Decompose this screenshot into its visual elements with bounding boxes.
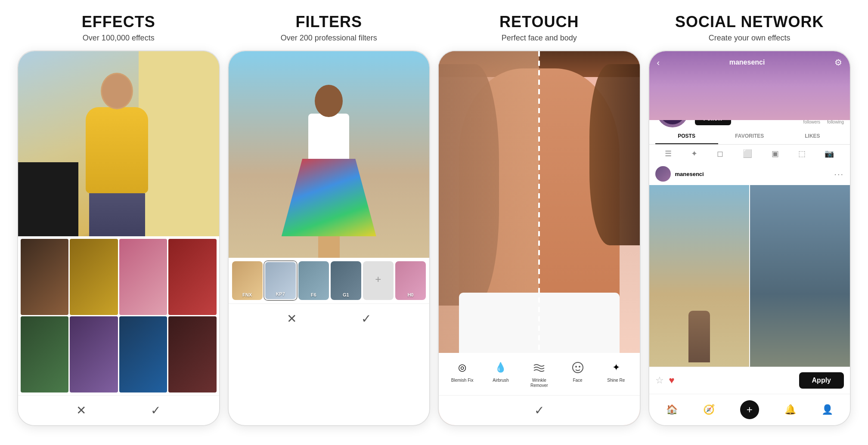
filters-confirm-button[interactable]: ✓	[361, 312, 371, 326]
list-item[interactable]	[119, 316, 167, 392]
person-figure-1	[688, 311, 710, 362]
cancel-button[interactable]: ✕	[76, 403, 86, 417]
filter-label-f6: F6	[311, 292, 316, 297]
grid-thumb-4	[168, 239, 216, 315]
list-item[interactable]	[70, 316, 118, 392]
social-header-bg: ‹ manesenci ⚙	[649, 51, 850, 120]
tab-favorites[interactable]: FAVORITES	[718, 129, 781, 144]
camera-icon[interactable]: 📷	[825, 149, 834, 158]
photo-cell-1[interactable]	[649, 185, 749, 367]
tool-blemish-fix[interactable]: ◎ Blemish Fix	[443, 360, 481, 383]
back-icon[interactable]: ‹	[657, 58, 660, 68]
social-icons-row: ☰ ✦ ◻ ⬜ ▣ ⬚ 📷	[649, 145, 850, 163]
settings-icon[interactable]: ⚙	[834, 57, 842, 68]
face-icon	[570, 360, 586, 375]
followers-label: followers	[803, 120, 820, 124]
tool-shine-remover[interactable]: ✦ Shine Re	[597, 360, 635, 383]
tab-likes[interactable]: LIKES	[781, 129, 844, 144]
woman-skirt	[282, 159, 376, 236]
home-icon[interactable]: 🏠	[666, 404, 678, 415]
bubble-icon[interactable]: ◻	[717, 149, 723, 158]
filters-bottom-bar: ✕ ✓	[229, 303, 430, 334]
layout-icon[interactable]: ▣	[772, 149, 779, 158]
social-tabs: POSTS FAVORITES LIKES	[649, 129, 850, 145]
social-nav-bottom: 🏠 🧭 + 🔔 👤	[649, 394, 850, 425]
confirm-button[interactable]: ✓	[151, 403, 161, 417]
grid-thumb-6	[70, 316, 118, 392]
filters-title: FILTERS	[296, 13, 362, 31]
photo-cell-2[interactable]	[750, 185, 850, 367]
retouch-card: RETOUCH Perfect face and body ◎	[438, 13, 641, 426]
woman-head	[315, 85, 343, 117]
image-icon[interactable]: ⬜	[743, 149, 752, 158]
apply-button[interactable]: Apply	[799, 372, 844, 389]
retouch-tools: ◎ Blemish Fix 💧 Airbrush Wrink	[439, 353, 640, 395]
filter-strip: FNX KP7 F6 G1 + H0	[229, 258, 430, 303]
face-hair-right	[589, 64, 640, 245]
effects-phone-frame: ✕ ✓	[17, 50, 220, 426]
list-item[interactable]	[168, 239, 216, 315]
svg-point-0	[573, 362, 583, 373]
airbrush-label: Airbrush	[493, 378, 508, 383]
tab-posts[interactable]: POSTS	[655, 129, 718, 144]
tool-airbrush[interactable]: 💧 Airbrush	[481, 360, 520, 383]
list-item[interactable]	[21, 316, 68, 392]
retouch-bottom-bar: ✓	[439, 395, 640, 425]
shine-label: Shine Re	[607, 378, 625, 383]
woman-legs	[318, 236, 340, 258]
effects-bottom-bar: ✕ ✓	[18, 395, 219, 425]
tool-face[interactable]: Face	[558, 360, 597, 383]
list-item[interactable]	[70, 239, 118, 315]
notifications-icon[interactable]: 🔔	[784, 404, 796, 415]
filters-main-image	[229, 51, 430, 258]
filter-kp7[interactable]: KP7	[264, 261, 297, 300]
effects-title: EFFECTS	[82, 13, 155, 31]
grid-thumb-5	[21, 316, 68, 392]
filters-subtitle: Over 200 professional filters	[281, 34, 377, 43]
wrinkle-icon	[531, 360, 547, 375]
filter-fnx[interactable]: FNX	[232, 261, 263, 300]
star-icon[interactable]: ☆	[655, 375, 664, 386]
svg-point-2	[579, 366, 580, 368]
plus-icon: +	[747, 404, 753, 416]
woman-figure	[282, 85, 376, 258]
list-item[interactable]	[21, 239, 68, 315]
svg-point-1	[575, 366, 577, 368]
filter-label-kp7: KP7	[276, 291, 285, 297]
filter-g1[interactable]: G1	[331, 261, 361, 300]
retouch-divider	[538, 51, 540, 353]
shine-icon: ✦	[608, 360, 624, 375]
grid-thumb-8	[168, 316, 216, 392]
filter-add-icon: +	[375, 273, 381, 285]
post-username: manesenci	[675, 171, 834, 177]
man-jeans	[89, 193, 145, 236]
man-figure	[78, 73, 156, 236]
add-button[interactable]: +	[740, 400, 759, 419]
filter-f6[interactable]: F6	[298, 261, 329, 300]
filter-add[interactable]: +	[363, 261, 394, 300]
list-item[interactable]	[119, 239, 167, 315]
profile-icon[interactable]: 👤	[822, 404, 833, 415]
retouch-phone-frame: ◎ Blemish Fix 💧 Airbrush Wrink	[438, 50, 641, 426]
woman-top	[308, 114, 349, 161]
list-item[interactable]	[168, 316, 216, 392]
folder-icon[interactable]: ⬚	[798, 149, 806, 158]
retouch-subtitle: Perfect face and body	[502, 34, 577, 43]
tool-wrinkle-remover[interactable]: WrinkleRemover	[520, 360, 558, 388]
explore-icon[interactable]: 🧭	[703, 404, 715, 415]
post-header: manesenci ···	[649, 163, 850, 185]
effects-main-image	[18, 51, 219, 236]
filters-cancel-button[interactable]: ✕	[287, 312, 297, 326]
effects-card: EFFECTS Over 100,000 effects	[17, 13, 220, 426]
post-more-icon[interactable]: ···	[834, 169, 844, 179]
view-list-icon[interactable]: ☰	[665, 149, 672, 158]
retouch-confirm-button[interactable]: ✓	[534, 403, 544, 417]
blemish-fix-icon: ◎	[455, 360, 470, 375]
heart-icon[interactable]: ♥	[669, 375, 675, 386]
filter-h0[interactable]: H0	[395, 261, 426, 300]
main-container: EFFECTS Over 100,000 effects	[0, 0, 868, 445]
sparkle-icon[interactable]: ✦	[691, 149, 698, 158]
following-label: following	[827, 120, 844, 124]
social-title: SOCIAL NETWORK	[675, 13, 824, 31]
airbrush-icon: 💧	[493, 360, 508, 375]
